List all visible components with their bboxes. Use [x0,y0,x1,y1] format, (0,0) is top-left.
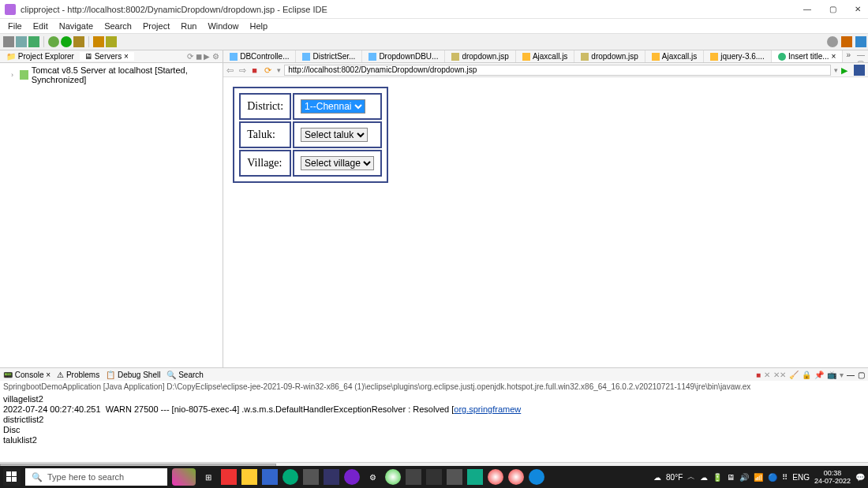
eclipse-task-icon[interactable] [344,469,360,485]
chrome-icon-1[interactable] [385,469,401,485]
weather-icon[interactable]: ☁ [653,473,661,482]
app-icon-5[interactable] [467,469,483,485]
forward-icon[interactable]: ⇨ [239,65,249,75]
editor-overflow-icon[interactable]: » [843,50,854,62]
app-icon-4[interactable] [447,469,462,485]
district-select[interactable]: 1--Chennai [301,99,365,114]
minimize-button[interactable]: — [802,4,813,15]
tab-insert-title[interactable]: Insert title... × [772,50,844,62]
maximize-button[interactable]: ▢ [827,4,838,15]
tab-dropdownjsp-1[interactable]: dropdown.jsp [445,50,515,62]
app-icon-1[interactable] [221,469,237,485]
close-button[interactable]: ✕ [852,4,863,15]
network-icon[interactable]: 🖥 [727,473,735,482]
bluetooth-icon[interactable]: 🔵 [768,473,777,482]
cortana-widget[interactable] [172,468,196,486]
tab-ajaxcalljs-2[interactable]: Ajaxcall.js [645,50,704,62]
weather-text[interactable]: 80°F [666,473,683,482]
remove-all-icon[interactable]: ✕✕ [773,371,786,379]
menu-navigate[interactable]: Navigate [54,20,98,32]
taluk-select[interactable]: Select taluk [301,128,368,142]
clear-console-icon[interactable]: 🧹 [789,371,799,379]
app-icon-2[interactable] [406,469,421,485]
run-icon[interactable] [61,36,72,47]
app-tray-icon[interactable]: ⠿ [782,473,788,482]
volume-icon[interactable]: 🔊 [739,473,749,482]
favorites-icon[interactable] [854,65,865,76]
go-icon[interactable]: ▶ [841,65,851,75]
max-icon[interactable]: ▢ [858,371,865,379]
tab-servers[interactable]: 🖥 Servers × [80,52,134,61]
tab-dbcontroller[interactable]: DBControlle... [223,50,296,62]
menu-edit[interactable]: Edit [28,20,53,32]
save-all-icon[interactable] [28,36,39,47]
terminate-icon[interactable]: ■ [756,371,761,379]
chevron-up-icon[interactable]: ︿ [687,471,695,482]
console-output[interactable]: villagelist2 2022-07-24 00:27:40.251 WAR… [0,393,868,462]
menu-search[interactable]: Search [99,20,137,32]
open-type-icon[interactable] [93,36,104,47]
remove-icon[interactable]: ✕ [764,371,770,379]
stacktrace-link[interactable]: org.springframew [454,404,521,414]
help-icon[interactable] [529,469,544,485]
task-view-icon[interactable]: ⊞ [200,469,216,485]
wifi-icon[interactable]: 📶 [754,473,763,482]
server-item-tomcat[interactable]: › Tomcat v8.5 Server at localhost [Start… [3,65,219,85]
taskbar-search[interactable]: 🔍 Type here to search [25,468,167,486]
save-icon[interactable] [16,36,27,47]
menu-window[interactable]: Window [203,20,243,32]
menu-help[interactable]: Help [245,20,273,32]
new-icon[interactable] [3,36,14,47]
tab-districtser[interactable]: DistrictSer... [296,50,362,62]
battery-icon[interactable]: 🔋 [713,473,722,482]
tab-ajaxcalljs-1[interactable]: Ajaxcall.js [516,50,574,62]
tab-search[interactable]: 🔍 Search [166,371,203,379]
tab-debug-shell[interactable]: 📋 Debug Shell [106,371,160,379]
village-select[interactable]: Select village [301,156,374,170]
tab-dropdownjsp-2[interactable]: dropdown.jsp [574,50,645,62]
camera-icon[interactable] [303,469,319,485]
tab-jquery[interactable]: jquery-3.6.... [704,50,772,62]
settings-icon[interactable]: ⚙ [365,469,380,485]
app-icon-3[interactable] [426,469,442,485]
open-console-icon[interactable]: ▾ [840,371,844,379]
chrome-icon-3[interactable] [508,469,524,485]
run-last-icon[interactable] [73,36,84,47]
menu-run[interactable]: Run [176,20,201,32]
pin-console-icon[interactable]: 📌 [814,371,824,379]
start-button[interactable] [3,468,21,486]
onedrive-icon[interactable]: ☁ [700,473,708,482]
url-dropdown-icon[interactable]: ▾ [834,66,838,74]
language-indicator[interactable]: ENG [792,473,810,482]
perspective-jee-icon[interactable] [855,36,866,47]
refresh-icon[interactable]: ⟳ [264,65,274,75]
min-icon[interactable]: — [847,371,855,379]
dropdown-arrow-icon[interactable]: ▾ [277,66,281,74]
edge-icon[interactable] [282,469,298,485]
chrome-icon-2[interactable] [488,469,503,485]
tree-expand-icon[interactable]: › [11,71,17,79]
pgadmin-icon[interactable] [324,469,339,485]
file-explorer-icon[interactable] [241,469,257,485]
editor-minmax-icons[interactable]: — ▢ [854,50,868,62]
menu-project[interactable]: Project [138,20,174,32]
zoom-icon[interactable] [827,36,838,47]
notifications-icon[interactable]: 💬 [855,473,865,482]
tab-problems[interactable]: ⚠ Problems [57,371,99,379]
debug-icon[interactable] [48,36,59,47]
display-selected-console-icon[interactable]: 📺 [827,371,836,379]
stop-icon[interactable]: ■ [252,65,261,75]
tab-project-explorer[interactable]: 📁 Project Explorer [2,52,80,61]
back-icon[interactable]: ⇦ [226,65,236,75]
menu-file[interactable]: File [3,20,27,32]
clock[interactable]: 00:38 24-07-2022 [814,469,851,485]
tab-console[interactable]: 📟 Console × [3,371,51,379]
eclipse-icon [5,4,16,15]
view-toolbar-icons[interactable]: ⟳ ◼ ▶ ⚙ [184,52,223,61]
search-icon[interactable] [106,36,117,47]
mail-icon[interactable] [262,469,278,485]
scroll-lock-icon[interactable]: 🔒 [802,371,811,379]
url-input[interactable] [284,65,831,76]
perspective-java-icon[interactable] [841,36,852,47]
tab-dropdowndbu[interactable]: DropdownDBU... [362,50,445,62]
